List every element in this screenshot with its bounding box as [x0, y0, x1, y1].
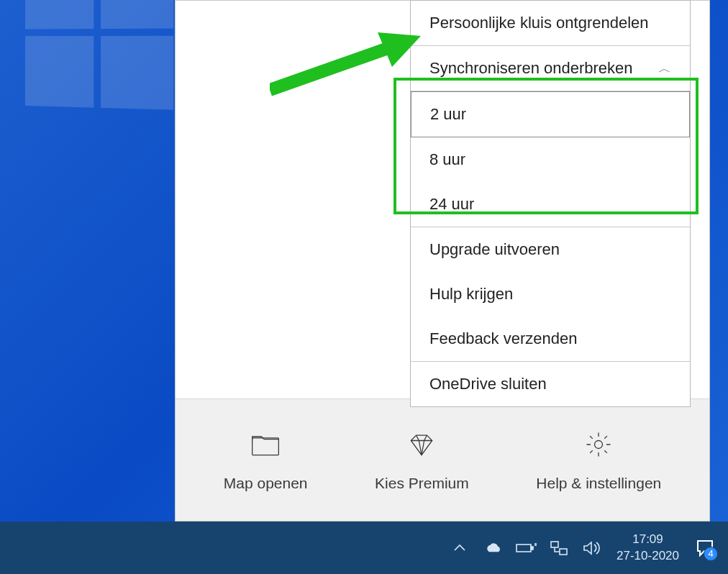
menu-upgrade-label: Upgrade uitvoeren [429, 240, 560, 259]
menu-unlock-vault[interactable]: Persoonlijke kluis ontgrendelen [411, 1, 690, 46]
svg-rect-4 [517, 545, 531, 552]
menu-close-onedrive-label: OneDrive sluiten [429, 375, 547, 393]
speaker-icon [582, 539, 602, 557]
tray-action-center[interactable]: 4 [689, 532, 721, 564]
onedrive-bottom-toolbar: Map openen Kies Premium Help & instellin… [176, 398, 709, 521]
diamond-icon [406, 429, 437, 460]
menu-get-help-label: Hulp krijgen [429, 285, 513, 304]
menu-get-help[interactable]: Hulp krijgen [411, 272, 690, 316]
menu-pause-sync[interactable]: Synchroniseren onderbreken ︿ [411, 46, 690, 91]
tray-network-icon[interactable] [545, 534, 573, 562]
svg-rect-5 [531, 547, 533, 550]
menu-pause-2h[interactable]: 2 uur [411, 91, 690, 137]
svg-rect-0 [252, 437, 279, 455]
svg-rect-7 [560, 549, 567, 555]
menu-pause-24h-label: 24 uur [429, 195, 474, 214]
menu-pause-8h[interactable]: 8 uur [411, 137, 690, 182]
menu-pause-24h[interactable]: 24 uur [411, 182, 690, 227]
tray-clock[interactable]: 17:09 27-10-2020 [611, 532, 685, 563]
menu-pause-2h-label: 2 uur [430, 105, 466, 124]
tray-power-icon[interactable] [511, 534, 540, 562]
battery-plug-icon [515, 540, 537, 556]
chevron-up-icon: ︿ [658, 60, 671, 77]
notification-badge: 4 [704, 547, 718, 561]
menu-unlock-vault-label: Persoonlijke kluis ontgrendelen [429, 14, 649, 32]
menu-send-feedback-label: Feedback verzenden [429, 329, 577, 348]
go-premium-label: Kies Premium [375, 475, 469, 492]
help-settings-button[interactable]: Help & instellingen [536, 429, 661, 492]
tray-show-hidden-icons[interactable] [445, 534, 474, 562]
menu-pause-sync-label: Synchroniseren onderbreken [429, 59, 633, 78]
windows-logo [25, 0, 188, 125]
onedrive-context-menu: Persoonlijke kluis ontgrendelen Synchron… [410, 0, 691, 407]
network-icon [549, 539, 569, 557]
gear-icon [583, 429, 614, 460]
clock-time: 17:09 [632, 532, 663, 547]
tray-onedrive-icon[interactable] [478, 534, 507, 562]
open-folder-label: Map openen [224, 475, 308, 492]
clock-date: 27-10-2020 [616, 548, 679, 564]
svg-point-1 [595, 440, 603, 448]
menu-send-feedback[interactable]: Feedback verzenden [411, 316, 690, 362]
chevron-up-icon [451, 539, 468, 557]
cloud-icon [483, 538, 503, 558]
open-folder-button[interactable]: Map openen [224, 429, 308, 492]
tray-volume-icon[interactable] [578, 534, 606, 562]
help-settings-label: Help & instellingen [536, 475, 661, 492]
folder-icon [250, 429, 281, 460]
menu-pause-8h-label: 8 uur [429, 150, 465, 169]
windows-taskbar: 17:09 27-10-2020 4 [0, 521, 728, 574]
svg-rect-6 [551, 542, 558, 547]
menu-close-onedrive[interactable]: OneDrive sluiten [411, 362, 690, 406]
menu-upgrade[interactable]: Upgrade uitvoeren [411, 227, 690, 272]
go-premium-button[interactable]: Kies Premium [375, 429, 469, 492]
